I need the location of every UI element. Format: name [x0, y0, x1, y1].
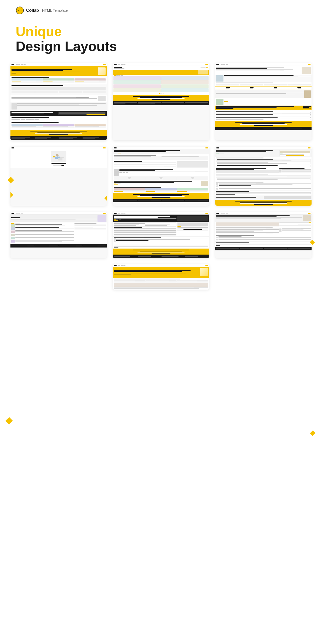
mock-section-item: [114, 166, 176, 168]
mock-suitable-card: [83, 91, 106, 93]
mock-h1: [12, 69, 72, 70]
mock-blog-header-img: [303, 215, 311, 221]
mock-articles-hero-text: [11, 217, 97, 220]
mock-article-text: [15, 231, 74, 233]
mock-nav: [113, 63, 209, 66]
mock-nav-links: [221, 64, 228, 65]
mock-java-section2: [216, 175, 311, 178]
mock-articles-main: [11, 223, 74, 243]
mock-review-text: [219, 183, 311, 185]
mock-recent-item: [279, 228, 311, 230]
mock-nav-links: [16, 148, 23, 148]
mock-footer-col: [216, 128, 239, 129]
mock-logo: [114, 64, 117, 65]
mock-comment-text: [218, 237, 311, 239]
mock-cta-yellow: [113, 249, 209, 255]
mock-footer-col: [59, 137, 82, 139]
mock-footer-col: [138, 102, 161, 104]
mock-quote: ": [216, 90, 304, 98]
mock-learn-item: [161, 156, 208, 160]
course-grid-mockup: [113, 63, 209, 105]
mock-expect-item: [288, 84, 311, 85]
mock-cta-yellow: [113, 193, 209, 199]
mock-article-item: [11, 234, 74, 236]
mock-suitable-img: [12, 87, 106, 90]
mock-footer-col: [138, 200, 161, 201]
mock-about-testimonial: ": [215, 90, 312, 98]
brand-subtitle: HTML Template: [42, 8, 68, 13]
mock-nav: [113, 147, 209, 149]
mock-blog-reply: [215, 241, 312, 246]
mock-blog-header-text: [216, 215, 302, 221]
mock-footer-col: [59, 245, 82, 246]
mock-link: [118, 213, 120, 214]
best-courses-screenshot: [113, 264, 209, 290]
mock-footer-col: [35, 245, 58, 246]
mock-dw-img: [201, 181, 208, 186]
mock-consultation-text: [12, 112, 58, 115]
mock-learn-section: [113, 154, 209, 161]
mock-review-row: [114, 240, 208, 242]
mock-course2-learn: [114, 222, 176, 227]
mock-articles-body: [10, 222, 107, 244]
mock-team-inner: [12, 96, 106, 101]
mock-link: [18, 64, 20, 65]
mock-sub: [12, 72, 80, 72]
mock-nav-button: [308, 64, 310, 65]
mock-course-item: [113, 80, 161, 84]
mock-page-header: [113, 66, 209, 70]
mock-other-section: [215, 168, 312, 174]
mock-course-item: [161, 84, 209, 88]
hero-section: Unique Design Layouts: [0, 19, 322, 63]
svg-rect-6: [53, 156, 55, 157]
mock-suitable-card: [35, 91, 59, 93]
mock-footer-col: [216, 248, 239, 249]
mock-java-section2: [216, 178, 311, 180]
mock-dw-text: [114, 181, 200, 186]
mock-come-teach: [215, 98, 312, 106]
mock-java-sidebar: [279, 150, 311, 156]
mock-link: [123, 265, 125, 266]
mock-events: [215, 106, 312, 110]
mock-blog-main-img: [216, 222, 279, 226]
mock-footer-col: [12, 137, 34, 139]
mock-nav: [215, 212, 312, 215]
mock-article-text: [15, 234, 74, 236]
mock-link: [223, 148, 225, 148]
mock-nav-button: [103, 64, 106, 65]
mock-team-section: [10, 95, 107, 102]
mock-about-img: [302, 67, 311, 74]
mock-footer: [113, 255, 209, 258]
mock-articles-hero-img: [97, 215, 106, 222]
mock-feature-item: [145, 280, 177, 283]
mock-404-search: [53, 165, 64, 166]
mock-course-item: [161, 76, 209, 80]
home-page-screenshot: [10, 63, 107, 140]
course-detail-2-screenshot: [113, 212, 209, 258]
mock-footer: [113, 199, 209, 202]
mock-reviewer-avatar: [216, 188, 218, 190]
mock-link: [223, 213, 225, 214]
mock-nav-button: [308, 147, 310, 148]
mock-instructor-card: [177, 176, 208, 180]
mock-card: [43, 78, 74, 83]
mock-nav-links: [221, 213, 228, 214]
mock-students-bought: [113, 187, 209, 193]
hero-line2: Design Layouts: [16, 39, 306, 54]
mock-about-hero: [215, 66, 312, 75]
mock-testimonial-photo: [304, 90, 311, 98]
mock-link: [221, 148, 223, 148]
mock-blog-body: [215, 222, 312, 235]
mock-link: [21, 64, 23, 65]
mock-link: [221, 64, 223, 65]
mock-graduates-title: [12, 117, 49, 118]
mock-course-item: [161, 88, 209, 92]
mock-stats: [215, 87, 312, 89]
mock-article-text: [15, 240, 74, 242]
mock-bought-card: [114, 188, 145, 192]
mock-hero-img: [98, 67, 106, 75]
mock-recent-text: [282, 228, 311, 230]
mock-footer: [215, 247, 312, 250]
mock-blog-cards: [12, 124, 106, 128]
mock-footer: [10, 244, 107, 248]
